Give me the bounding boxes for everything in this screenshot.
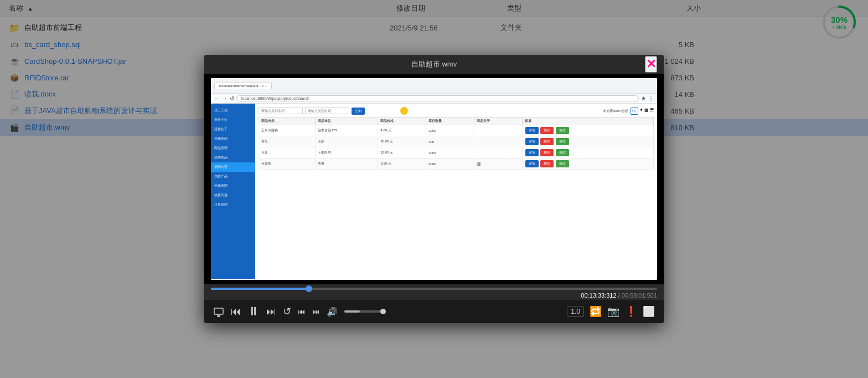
table-row: 习音 十面向约 12.00 元 2000 详情 删除 修改	[259, 147, 654, 159]
web-statusbar: 🪟 🗂 🌐 🔒 ▶ 📝 🔷 系统时间	[211, 279, 657, 280]
time-display: 00:13:33:312 / 00:58:01:501	[211, 292, 657, 299]
edit-btn[interactable]: 修改	[556, 149, 569, 156]
volume-fill	[344, 310, 360, 313]
sidebar-item: 伤伤管理	[211, 181, 255, 191]
cast-button[interactable]	[213, 306, 224, 317]
volume-bar	[344, 310, 383, 313]
sidebar-item: 流程化工	[211, 125, 255, 134]
web-search-input1[interactable]	[259, 108, 303, 114]
pause-button[interactable]: ⏸	[247, 304, 260, 319]
view-icon4: ☰	[650, 108, 654, 115]
player-controls: ⏮ ⏸ ⏭ ↺ ⏮ ⏭	[204, 300, 664, 323]
view-icon2: ✦	[639, 108, 643, 115]
web-search-input2[interactable]	[305, 108, 349, 114]
table-row: 火盆鱼 杰果 3.50 元 3000 🍱 详情 删除 修改	[259, 159, 654, 170]
prev-frame-button[interactable]: ⏮	[298, 307, 306, 316]
web-content: 员工工程 登录中心 流程化工 伤伤密码 商品管理 添加商品 菜刚内容 伤效产品 …	[211, 104, 657, 279]
progress-thumb	[306, 285, 312, 292]
browser-bar: localhost:8080/W/paqso/pr... × +	[211, 78, 657, 94]
time-separator: /	[618, 292, 620, 299]
sidebar-item: 收货问题	[211, 191, 255, 200]
svg-rect-2	[214, 308, 223, 314]
table-row: 苦瓜 比萨 35.00 元 100 详情 删除 修改	[259, 136, 654, 147]
sidebar-item: 商品管理	[211, 144, 255, 153]
view-icon: 中	[631, 108, 638, 115]
progress-bar[interactable]	[211, 288, 657, 290]
web-screenshot: localhost:8080/W/paqso/pr... × + ← → ↺ l…	[211, 78, 657, 280]
time-total: 00:58:01:501	[622, 292, 657, 299]
web-sidebar: 员工工程 登录中心 流程化工 伤伤密码 商品管理 添加商品 菜刚内容 伤效产品 …	[211, 104, 255, 279]
volume-slider[interactable]	[344, 310, 383, 313]
player-screen: localhost:8080/W/paqso/pr... × + ← → ↺ l…	[204, 74, 664, 284]
player-titlebar: 自助超市.wmv ✕	[204, 55, 664, 74]
detail-btn[interactable]: 详情	[525, 160, 539, 167]
controls-left: ⏮ ⏸ ⏭ ↺ ⏮ ⏭	[213, 304, 383, 319]
screenshot-button[interactable]: 📷	[607, 305, 619, 318]
delete-btn[interactable]: 删除	[540, 160, 554, 167]
col-header: 商品关于	[474, 118, 522, 125]
col-header: 商品分类	[259, 118, 316, 125]
detail-btn[interactable]: 详情	[525, 149, 539, 156]
browser-nav-bar: ← → ↺ localhost:8080/W/paqso/product/sea…	[211, 94, 657, 104]
delete-btn[interactable]: 删除	[540, 127, 554, 134]
rewind-button[interactable]: ↺	[283, 305, 291, 318]
sidebar-item: 添加商品	[211, 153, 255, 162]
detail-btn[interactable]: 详情	[525, 138, 539, 145]
web-toolbar: 立刻 出自商30/87合品 中 ✦ ▦ ☰	[259, 107, 654, 115]
url-bar: localhost:8080/W/paqso/product/search	[236, 95, 639, 101]
sidebar-item: 伤伤密码	[211, 134, 255, 144]
volume-button[interactable]: 🔊	[327, 307, 338, 317]
skip-start-button[interactable]: ⏮	[231, 306, 241, 318]
sidebar-item: 员工工程	[211, 106, 255, 115]
web-product-table: 商品分类 商品单位 商品价格 库存数量 商品关于 拓展	[259, 117, 654, 170]
col-header: 商品价格	[378, 118, 426, 125]
info-button[interactable]: ❗	[625, 305, 637, 318]
browser-tab: localhost:8080/W/paqso/pr... × +	[214, 83, 272, 89]
web-search-button[interactable]: 立刻	[352, 108, 365, 115]
col-header: 库存数量	[426, 118, 474, 125]
sidebar-item: 登录中心	[211, 115, 255, 125]
delete-btn[interactable]: 删除	[540, 149, 554, 156]
detail-btn[interactable]: 详情	[525, 127, 539, 134]
sidebar-item: 订单管理	[211, 200, 255, 210]
sidebar-item-active: 菜刚内容	[211, 162, 255, 172]
loop-button[interactable]: 🔁	[590, 305, 602, 318]
modal-overlay: 自助超市.wmv ✕ localhost:8080/W/paqso/pr... …	[0, 0, 868, 378]
sidebar-item: 伤效产品	[211, 172, 255, 181]
volume-thumb	[380, 309, 386, 314]
fullscreen-button[interactable]: ⬜	[643, 305, 655, 318]
product-count: 出自商30/87合品	[603, 109, 628, 114]
edit-btn[interactable]: 修改	[556, 138, 569, 145]
player-title: 自助超市.wmv	[411, 59, 457, 69]
view-icon3: ▦	[644, 108, 649, 115]
time-current: 00:13:33:312	[581, 292, 616, 299]
edit-btn[interactable]: 修改	[556, 127, 569, 134]
web-main-content: 立刻 出自商30/87合品 中 ✦ ▦ ☰	[255, 104, 657, 279]
progress-fill	[211, 288, 309, 290]
table-row: 玉米火腿肠 品友合品173 4.00 元 2999 详情 删除 修改	[259, 125, 654, 136]
edit-btn[interactable]: 修改	[556, 160, 569, 167]
speed-button[interactable]: 1.0	[567, 306, 584, 317]
video-player: 自助超市.wmv ✕ localhost:8080/W/paqso/pr... …	[204, 55, 664, 323]
close-button[interactable]: ✕	[645, 56, 657, 73]
controls-right: 1.0 🔁 📷 ❗ ⬜	[567, 305, 655, 318]
col-header: 商品单位	[316, 118, 378, 125]
next-frame-button[interactable]: ⏭	[312, 307, 320, 316]
player-progress: 00:13:33:312 / 00:58:01:501	[204, 284, 664, 300]
delete-btn[interactable]: 删除	[540, 138, 554, 145]
col-header: 拓展	[522, 118, 653, 125]
skip-end-button[interactable]: ⏭	[266, 306, 276, 318]
